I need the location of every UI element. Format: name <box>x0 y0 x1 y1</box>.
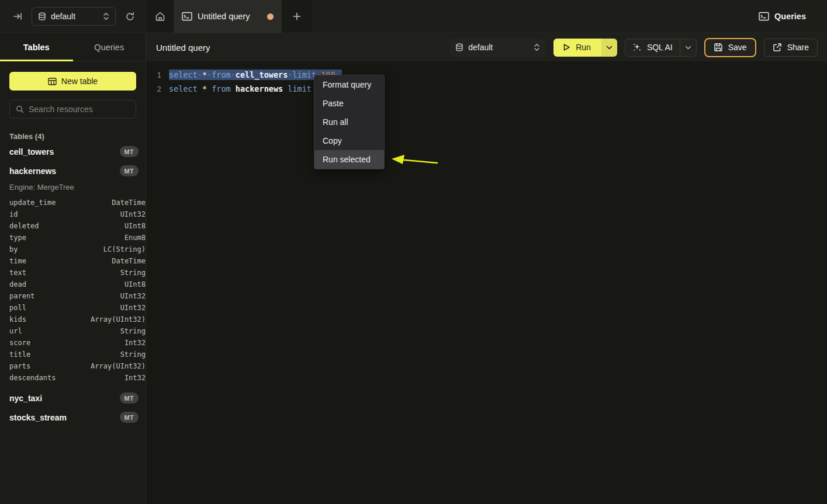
database-selector-query[interactable]: default <box>449 39 546 57</box>
column-row-time[interactable]: timeDateTime <box>0 255 146 267</box>
save-floppy-icon <box>714 43 723 52</box>
table-item-hackernews[interactable]: hackernewsMT <box>0 161 146 180</box>
column-name: time <box>9 257 112 265</box>
menu-item-label: Paste <box>323 99 344 108</box>
column-type: DateTime <box>112 257 146 265</box>
column-row-title[interactable]: titleString <box>0 349 146 360</box>
column-row-type[interactable]: typeEnum8 <box>0 232 146 244</box>
arrow-to-bar-icon <box>13 12 22 21</box>
table-engine-badge: MT <box>120 392 139 404</box>
save-button[interactable]: Save <box>704 38 756 57</box>
share-button[interactable]: Share <box>764 39 818 57</box>
table-item-cell-towers[interactable]: cell_towersMT <box>0 142 146 161</box>
table-name: cell_towers <box>9 147 120 157</box>
column-row-descendants[interactable]: descendantsInt32 <box>0 372 146 384</box>
topbar-left: default <box>0 0 146 33</box>
collapse-sidebar-button[interactable] <box>9 8 26 25</box>
token-plain: * <box>202 84 207 93</box>
column-type: String <box>120 350 146 359</box>
table-name: stocks_stream <box>9 413 120 422</box>
column-name: dead <box>9 280 124 289</box>
column-row-poll[interactable]: pollUInt32 <box>0 302 146 314</box>
table-engine-info: Engine: MergeTree <box>0 180 146 193</box>
sql-editor[interactable]: 1select·*·from·cell_towers·limit·100·2se… <box>146 61 827 504</box>
column-name: descendants <box>9 374 124 382</box>
table-name: hackernews <box>9 166 120 176</box>
tab-title: Untitled query <box>198 12 262 21</box>
search-resources-input[interactable] <box>29 105 134 114</box>
share-button-label: Share <box>787 43 809 52</box>
column-name: score <box>9 339 124 347</box>
column-type: DateTime <box>112 199 146 207</box>
chevron-updown-icon <box>103 12 109 20</box>
column-row-url[interactable]: urlString <box>0 325 146 337</box>
table-columns: update_timeDateTimeidUInt32deletedUInt8t… <box>0 197 146 384</box>
token-keyword: limit <box>292 70 316 79</box>
table-grid-icon <box>48 78 57 85</box>
tab-untitled-query[interactable]: Untitled query <box>174 0 282 33</box>
menu-item-format-query[interactable]: Format query <box>314 75 384 94</box>
table-item-nyc-taxi[interactable]: nyc_taxiMT <box>0 388 146 408</box>
menu-item-label: Run all <box>323 117 348 127</box>
database-selector-topbar[interactable]: default <box>32 7 116 26</box>
token-space: · <box>207 70 212 79</box>
column-row-parent[interactable]: parentUInt32 <box>0 290 146 302</box>
column-type: LC(String) <box>103 245 146 253</box>
sidebar-tab-tables-label: Tables <box>23 43 50 52</box>
token-space: · <box>198 70 202 79</box>
sql-ai-options-button[interactable] <box>680 39 696 56</box>
sql-ai-button[interactable]: SQL AI <box>625 43 680 52</box>
table-engine-badge: MT <box>120 165 139 176</box>
editor-context-menu: Format queryPasteRun allCopyRun selected <box>314 75 385 169</box>
new-table-button[interactable]: New table <box>9 72 136 91</box>
refresh-button[interactable] <box>122 8 138 25</box>
token-keyword: from <box>212 70 231 79</box>
chevron-down-icon <box>685 46 691 50</box>
column-row-kids[interactable]: kidsArray(UInt32) <box>0 314 146 325</box>
sql-ai-split-button: SQL AI <box>625 39 697 57</box>
line-number: 2 <box>153 85 161 93</box>
sidebar-tab-queries-label: Queries <box>94 43 124 52</box>
search-resources-box <box>9 100 136 119</box>
query-toolbar: Untitled query default <box>146 33 827 61</box>
menu-item-paste[interactable]: Paste <box>314 94 384 113</box>
column-row-parts[interactable]: partsArray(UInt32) <box>0 360 146 372</box>
queries-panel-button[interactable]: Queries <box>754 8 811 25</box>
run-options-button[interactable] <box>601 39 617 57</box>
run-button[interactable]: Run <box>553 39 601 57</box>
menu-item-copy[interactable]: Copy <box>314 131 384 150</box>
main-panel: Untitled query default <box>146 33 827 504</box>
column-type: Array(UInt32) <box>91 362 146 370</box>
new-table-label: New table <box>61 77 98 86</box>
column-row-by[interactable]: byLC(String) <box>0 244 146 255</box>
home-tab[interactable] <box>146 0 174 33</box>
menu-item-run-all[interactable]: Run all <box>314 113 384 131</box>
chevron-updown-icon <box>534 43 540 51</box>
annotation-arrow <box>389 152 441 169</box>
menu-item-label: Copy <box>323 136 342 145</box>
column-row-score[interactable]: scoreInt32 <box>0 337 146 349</box>
column-row-id[interactable]: idUInt32 <box>0 208 146 220</box>
app-window: default <box>0 0 827 504</box>
sidebar-tab-queries[interactable]: Queries <box>73 33 146 61</box>
new-tab-button[interactable] <box>282 0 312 33</box>
code-line-2[interactable]: 2select * from hackernews limit <box>146 82 827 96</box>
column-row-deleted[interactable]: deletedUInt8 <box>0 220 146 232</box>
column-type: String <box>120 327 146 335</box>
sidebar-tab-tables[interactable]: Tables <box>0 33 73 61</box>
column-name: update_time <box>9 199 112 207</box>
save-button-label: Save <box>728 43 747 52</box>
code-line-1[interactable]: 1select·*·from·cell_towers·limit·100· <box>146 68 827 82</box>
token-keyword: select <box>169 84 198 93</box>
token-space <box>207 84 212 93</box>
column-name: title <box>9 350 120 359</box>
search-icon <box>16 105 24 113</box>
column-row-text[interactable]: textString <box>0 267 146 279</box>
menu-item-run-selected[interactable]: Run selected <box>314 150 384 169</box>
column-row-update-time[interactable]: update_timeDateTime <box>0 197 146 208</box>
table-item-stocks-stream[interactable]: stocks_streamMT <box>0 408 146 427</box>
share-export-icon <box>773 43 782 52</box>
column-row-dead[interactable]: deadUInt8 <box>0 279 146 290</box>
menu-item-label: Run selected <box>323 155 371 164</box>
column-type: Enum8 <box>124 234 146 242</box>
